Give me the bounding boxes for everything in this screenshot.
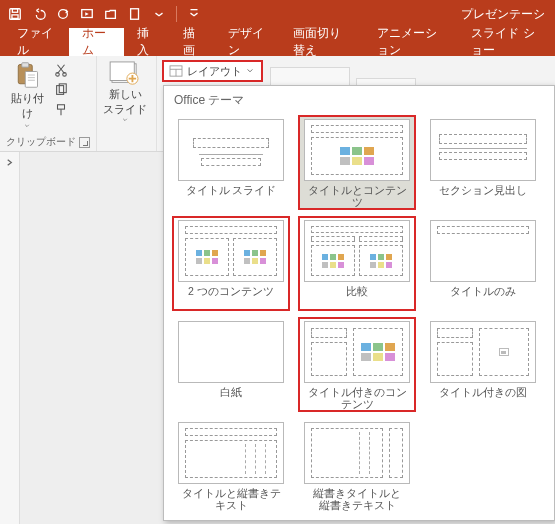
layout-label: タイトル スライド [178, 184, 284, 208]
paste-label: 貼り付け [6, 91, 48, 121]
title-bar: プレゼンテーシ [0, 0, 555, 28]
layout-label: レイアウト [187, 64, 242, 79]
open-icon[interactable] [100, 3, 122, 25]
layout-label: 2 つのコンテンツ [178, 285, 284, 309]
group-slides: 新しい スライド [97, 56, 157, 151]
start-from-beginning-icon[interactable] [76, 3, 98, 25]
new-icon[interactable] [124, 3, 146, 25]
layout-label: セクション見出し [430, 184, 536, 208]
svg-rect-5 [131, 9, 139, 20]
tab-file[interactable]: ファイル [4, 28, 69, 56]
layout-gallery: Office テーマ タイトル スライドタイトルとコンテンツセクション見出し2 … [163, 85, 555, 521]
layout-item-twocontent[interactable]: 2 つのコンテンツ [172, 216, 290, 311]
layout-item-titleonly[interactable]: タイトルのみ [424, 216, 542, 311]
tab-insert[interactable]: 挿入 [124, 28, 169, 56]
save-icon[interactable] [4, 3, 26, 25]
clipboard-group-label: クリップボード [6, 135, 76, 149]
layout-label: タイトルとコンテンツ [304, 184, 410, 208]
ribbon-tabs: ファイル ホーム 挿入 描画 デザイン 画面切り替え アニメーション スライド … [0, 28, 555, 56]
layout-thumb [430, 220, 536, 282]
new-slide-button[interactable]: 新しい スライド [103, 59, 147, 123]
format-painter-icon[interactable] [52, 101, 70, 119]
layout-thumb [178, 321, 284, 383]
layout-thumb [304, 321, 410, 383]
new-slide-label: 新しい スライド [103, 87, 147, 117]
layout-item-verttext[interactable]: タイトルと縦書きテキスト [172, 418, 290, 513]
group-clipboard: 貼り付け クリップボード [0, 56, 97, 151]
layout-thumb [430, 119, 536, 181]
layout-thumb [304, 220, 410, 282]
tab-design[interactable]: デザイン [215, 28, 280, 56]
thumbnail-pane-collapse[interactable] [0, 152, 20, 524]
layout-label: タイトルと縦書きテキスト [178, 487, 284, 511]
layout-thumb [178, 119, 284, 181]
layout-thumb [178, 422, 284, 484]
svg-rect-16 [58, 105, 65, 109]
layout-item-titlecontent[interactable]: タイトルとコンテンツ [298, 115, 416, 210]
qat-customize-icon[interactable] [148, 3, 170, 25]
svg-rect-2 [12, 15, 18, 19]
layout-label: タイトル付きのコンテンツ [304, 386, 410, 410]
layout-item-piccaption[interactable]: タイトル付きの図 [424, 317, 542, 412]
layout-thumb [430, 321, 536, 383]
touch-mode-icon[interactable] [183, 3, 205, 25]
layout-item-comparison[interactable]: 比較 [298, 216, 416, 311]
gallery-header: Office テーマ [172, 90, 552, 115]
cut-icon[interactable] [52, 61, 70, 79]
layout-label: 比較 [304, 285, 410, 309]
tab-home[interactable]: ホーム [69, 28, 124, 56]
svg-rect-7 [22, 63, 29, 67]
layout-thumb [304, 119, 410, 181]
layout-label: タイトル付きの図 [430, 386, 536, 410]
layout-thumb [178, 220, 284, 282]
tab-transitions[interactable]: 画面切り替え [280, 28, 364, 56]
tab-animations[interactable]: アニメーション [364, 28, 458, 56]
quick-access-toolbar [4, 3, 205, 25]
redo-icon[interactable] [52, 3, 74, 25]
layout-label: 白紙 [178, 386, 284, 410]
svg-rect-8 [25, 72, 37, 88]
copy-icon[interactable] [52, 81, 70, 99]
svg-rect-1 [12, 9, 17, 13]
layout-button[interactable]: レイアウト [163, 61, 262, 81]
layout-item-verttitle[interactable]: 縦書きタイトルと 縦書きテキスト [298, 418, 416, 513]
paste-button[interactable]: 貼り付け [6, 59, 48, 129]
tab-draw[interactable]: 描画 [170, 28, 215, 56]
document-title: プレゼンテーシ [205, 6, 551, 23]
layout-label: タイトルのみ [430, 285, 536, 309]
layout-item-blank[interactable]: 白紙 [172, 317, 290, 412]
layout-label: 縦書きタイトルと 縦書きテキスト [304, 487, 410, 511]
layout-item-section[interactable]: セクション見出し [424, 115, 542, 210]
tab-slideshow[interactable]: スライド ショー [458, 28, 555, 56]
layout-thumb [304, 422, 410, 484]
undo-icon[interactable] [28, 3, 50, 25]
layout-item-title[interactable]: タイトル スライド [172, 115, 290, 210]
clipboard-launcher-icon[interactable] [79, 137, 90, 148]
layout-item-contentcaption[interactable]: タイトル付きのコンテンツ [298, 317, 416, 412]
